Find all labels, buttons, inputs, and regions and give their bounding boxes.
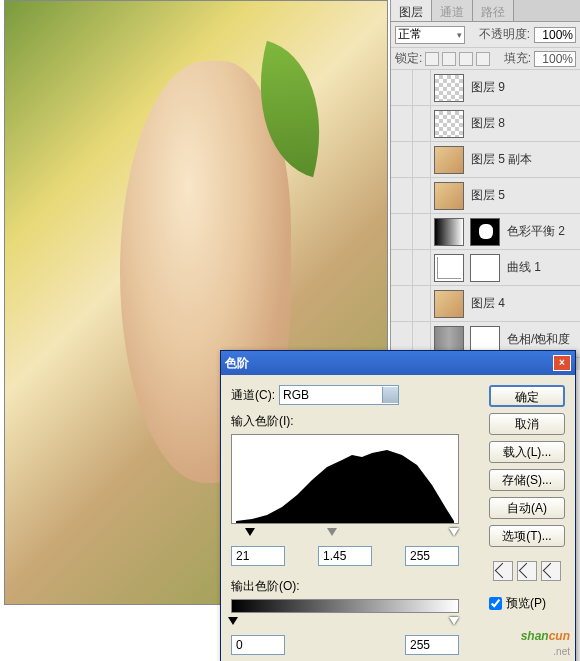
link-col[interactable]	[413, 286, 431, 322]
histogram	[231, 434, 459, 524]
gray-eyedropper-icon[interactable]	[517, 561, 537, 581]
output-black-field[interactable]	[231, 635, 285, 655]
link-col[interactable]	[413, 142, 431, 178]
input-black-field[interactable]	[231, 546, 285, 566]
link-col[interactable]	[413, 250, 431, 286]
layer-row[interactable]: 图层 9	[391, 70, 580, 106]
fill-label: 填充:	[504, 50, 531, 67]
load-button[interactable]: 载入(L)...	[489, 441, 565, 463]
channel-label: 通道(C):	[231, 387, 275, 404]
channel-select[interactable]: RGB	[279, 385, 399, 405]
dialog-title: 色阶	[225, 355, 249, 372]
output-white-field[interactable]	[405, 635, 459, 655]
save-button[interactable]: 存储(S)...	[489, 469, 565, 491]
blend-mode-row: 正常 不透明度: 100%	[391, 22, 580, 48]
output-gradient	[231, 599, 459, 613]
lock-row: 锁定: 填充: 100%	[391, 48, 580, 70]
lock-label: 锁定:	[395, 50, 422, 67]
layer-name: 图层 8	[471, 115, 505, 132]
lock-transparency-icon[interactable]	[425, 52, 439, 66]
layer-name: 曲线 1	[507, 259, 541, 276]
layer-name: 色彩平衡 2	[507, 223, 565, 240]
input-white-field[interactable]	[405, 546, 459, 566]
lock-move-icon[interactable]	[459, 52, 473, 66]
layer-name: 图层 5	[471, 187, 505, 204]
opacity-label: 不透明度:	[479, 26, 530, 43]
visibility-icon[interactable]	[391, 178, 413, 214]
panel-tabs: 图层 通道 路径	[391, 0, 580, 22]
link-col[interactable]	[413, 178, 431, 214]
white-eyedropper-icon[interactable]	[541, 561, 561, 581]
out-white-slider[interactable]	[449, 617, 459, 630]
visibility-icon[interactable]	[391, 250, 413, 286]
visibility-icon[interactable]	[391, 142, 413, 178]
tab-layers[interactable]: 图层	[391, 0, 432, 21]
output-levels-label: 输出色阶(O):	[231, 578, 481, 595]
preview-label: 预览(P)	[506, 595, 546, 612]
layer-thumb[interactable]	[434, 74, 464, 102]
eyedroppers	[489, 561, 565, 581]
preview-check-input[interactable]	[489, 597, 502, 610]
layer-name: 图层 4	[471, 295, 505, 312]
link-col[interactable]	[413, 214, 431, 250]
layer-thumb[interactable]	[434, 110, 464, 138]
ok-button[interactable]: 确定	[489, 385, 565, 407]
tab-paths[interactable]: 路径	[473, 0, 514, 21]
output-sliders[interactable]	[231, 617, 459, 629]
preview-checkbox[interactable]: 预览(P)	[489, 595, 565, 612]
layers-list: 图层 9图层 8图层 5 副本图层 5色彩平衡 2曲线 1图层 4色相/饱和度	[391, 70, 580, 368]
tab-channels[interactable]: 通道	[432, 0, 473, 21]
visibility-icon[interactable]	[391, 286, 413, 322]
input-sliders[interactable]	[231, 528, 459, 540]
white-point-slider[interactable]	[449, 528, 459, 541]
input-levels-label: 输入色阶(I):	[231, 413, 481, 430]
layer-thumb[interactable]	[434, 218, 464, 246]
layer-mask-thumb[interactable]	[470, 254, 500, 282]
layer-name: 图层 5 副本	[471, 151, 532, 168]
layer-thumb[interactable]	[434, 254, 464, 282]
options-button[interactable]: 选项(T)...	[489, 525, 565, 547]
auto-button[interactable]: 自动(A)	[489, 497, 565, 519]
dialog-titlebar[interactable]: 色阶 ×	[221, 351, 575, 375]
cancel-button[interactable]: 取消	[489, 413, 565, 435]
visibility-icon[interactable]	[391, 70, 413, 106]
layer-thumb[interactable]	[434, 182, 464, 210]
layer-name: 色相/饱和度	[507, 331, 570, 348]
layers-panel: 图层 通道 路径 正常 不透明度: 100% 锁定: 填充: 100% 图层 9…	[390, 0, 580, 370]
layer-thumb[interactable]	[434, 146, 464, 174]
layer-row[interactable]: 图层 5 副本	[391, 142, 580, 178]
watermark: shancun .net	[521, 620, 570, 657]
close-icon[interactable]: ×	[553, 355, 571, 371]
link-col[interactable]	[413, 106, 431, 142]
levels-dialog: 色阶 × 通道(C): RGB 输入色阶(I): 输出色阶(O):	[220, 350, 576, 661]
layer-row[interactable]: 图层 5	[391, 178, 580, 214]
layer-row[interactable]: 图层 8	[391, 106, 580, 142]
layer-thumb[interactable]	[434, 290, 464, 318]
out-black-slider[interactable]	[228, 617, 238, 630]
link-col[interactable]	[413, 70, 431, 106]
layer-mask-thumb[interactable]	[470, 218, 500, 246]
black-eyedropper-icon[interactable]	[493, 561, 513, 581]
visibility-icon[interactable]	[391, 106, 413, 142]
gamma-slider[interactable]	[327, 528, 337, 541]
lock-paint-icon[interactable]	[442, 52, 456, 66]
visibility-icon[interactable]	[391, 214, 413, 250]
opacity-value[interactable]: 100%	[534, 27, 576, 43]
lock-all-icon[interactable]	[476, 52, 490, 66]
black-point-slider[interactable]	[245, 528, 255, 541]
layer-row[interactable]: 曲线 1	[391, 250, 580, 286]
blend-mode-select[interactable]: 正常	[395, 26, 465, 44]
layer-row[interactable]: 图层 4	[391, 286, 580, 322]
input-gamma-field[interactable]	[318, 546, 372, 566]
fill-value[interactable]: 100%	[534, 51, 576, 67]
layer-name: 图层 9	[471, 79, 505, 96]
layer-row[interactable]: 色彩平衡 2	[391, 214, 580, 250]
